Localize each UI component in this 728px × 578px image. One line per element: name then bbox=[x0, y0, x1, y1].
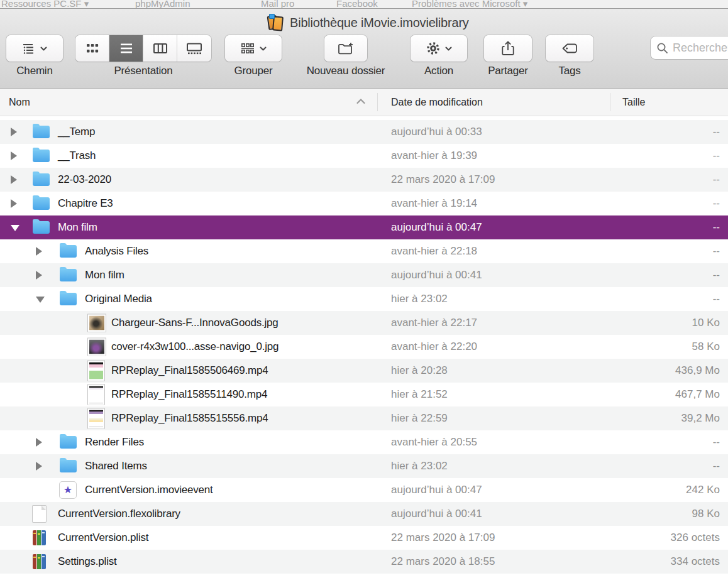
table-row[interactable]: Settings.plist 22 mars 2020 à 18:55 334 … bbox=[0, 550, 728, 574]
file-name: Mon film bbox=[85, 263, 124, 287]
disclosure-triangle-icon[interactable] bbox=[11, 225, 19, 231]
path-menu-button[interactable] bbox=[6, 35, 63, 62]
imovie-event-icon bbox=[60, 482, 76, 498]
table-row[interactable]: __Temp aujourd’hui à 00:33 -- bbox=[0, 120, 728, 144]
table-row[interactable]: Original Media hier à 23:02 -- bbox=[0, 287, 728, 311]
search-input[interactable] bbox=[673, 41, 728, 55]
file-size: 326 octets bbox=[671, 526, 720, 550]
file-name: __Temp bbox=[58, 120, 95, 144]
file-size: 58 Ko bbox=[692, 335, 720, 359]
file-name: CurrentVersion.flexolibrary bbox=[58, 502, 180, 526]
group-icon bbox=[240, 42, 255, 55]
disclosure-triangle-icon[interactable] bbox=[11, 175, 17, 184]
disclosure-triangle-icon[interactable] bbox=[11, 151, 17, 160]
table-row[interactable]: __Trash avant-hier à 19:39 -- bbox=[0, 144, 728, 168]
action-button[interactable] bbox=[411, 35, 467, 62]
file-modified-date: avant-hier à 22:18 bbox=[391, 239, 477, 263]
file-modified-date: aujourd’hui à 00:33 bbox=[391, 120, 482, 144]
view-columns-segment[interactable] bbox=[143, 35, 177, 62]
search-field[interactable] bbox=[651, 36, 728, 59]
disclosure-triangle-icon[interactable] bbox=[36, 247, 42, 256]
plist-icon bbox=[33, 554, 46, 569]
table-row[interactable]: Chargeur-Sans-F...InnovaGoods.jpg avant-… bbox=[0, 311, 728, 335]
view-gallery-segment[interactable] bbox=[177, 35, 211, 62]
mp4-1-icon bbox=[88, 361, 104, 381]
file-name: Settings.plist bbox=[58, 550, 117, 574]
file-size: 39,2 Mo bbox=[681, 406, 720, 430]
table-row[interactable]: Render Files avant-hier à 20:55 -- bbox=[0, 430, 728, 454]
group-button-label: Grouper bbox=[225, 65, 282, 77]
window-chrome: Bibliothèque iMovie.imovielibrary bbox=[0, 9, 728, 89]
gallery-view-icon bbox=[186, 42, 202, 55]
folder-icon bbox=[60, 293, 77, 305]
table-row[interactable]: RPReplay_Final1585511490.mp4 hier à 21:5… bbox=[0, 383, 728, 406]
file-modified-date: avant-hier à 22:20 bbox=[391, 335, 477, 359]
file-modified-date: hier à 23:02 bbox=[391, 454, 448, 478]
file-modified-date: avant-hier à 19:14 bbox=[391, 192, 477, 215]
background-bookmark: Facebook bbox=[336, 0, 378, 9]
file-name: CurrentVersion.imovieevent bbox=[85, 478, 213, 502]
column-header-date[interactable]: Date de modification bbox=[391, 89, 483, 116]
background-bookmark: Problèmes avec Microsoft ▾ bbox=[412, 0, 527, 9]
new-folder-button[interactable] bbox=[324, 35, 367, 62]
table-row[interactable]: Mon film aujourd’hui à 00:41 -- bbox=[0, 263, 728, 287]
column-header-name[interactable]: Nom bbox=[9, 89, 30, 116]
view-list-segment[interactable] bbox=[109, 35, 143, 62]
file-name: CurrentVersion.plist bbox=[58, 526, 148, 550]
gear-icon bbox=[426, 41, 441, 56]
table-row[interactable]: Mon film aujourd’hui à 00:47 -- bbox=[0, 215, 728, 239]
table-row[interactable]: 22-03-2020 22 mars 2020 à 17:09 -- bbox=[0, 168, 728, 192]
file-name: Chapitre E3 bbox=[58, 192, 113, 215]
file-size: -- bbox=[713, 454, 720, 478]
table-row[interactable]: RPReplay_Final1585506469.mp4 hier à 20:2… bbox=[0, 359, 728, 383]
path-button-label: Chemin bbox=[6, 65, 63, 77]
file-modified-date: avant-hier à 22:17 bbox=[391, 311, 477, 335]
table-row[interactable]: CurrentVersion.flexolibrary aujourd’hui … bbox=[0, 502, 728, 526]
share-button-label: Partager bbox=[479, 65, 537, 77]
disclosure-triangle-icon[interactable] bbox=[11, 199, 17, 208]
action-button-label: Action bbox=[411, 65, 467, 77]
column-divider[interactable] bbox=[377, 93, 378, 111]
disclosure-triangle-icon[interactable] bbox=[36, 297, 45, 303]
share-icon bbox=[501, 40, 515, 57]
table-row[interactable]: RPReplay_Final1585515556.mp4 hier à 22:5… bbox=[0, 406, 728, 430]
table-row[interactable]: Chapitre E3 avant-hier à 19:14 -- bbox=[0, 192, 728, 215]
share-button[interactable] bbox=[484, 35, 532, 62]
file-size: -- bbox=[713, 168, 720, 192]
search-icon bbox=[656, 42, 668, 54]
view-control-label: Présentation bbox=[75, 65, 211, 77]
path-list-icon bbox=[22, 42, 36, 55]
table-row[interactable]: Shared Items hier à 23:02 -- bbox=[0, 454, 728, 478]
folder-icon bbox=[33, 221, 50, 234]
table-row[interactable]: CurrentVersion.imovieevent aujourd’hui à… bbox=[0, 478, 728, 502]
table-row[interactable]: Analysis Files avant-hier à 22:18 -- bbox=[0, 239, 728, 263]
file-name: Mon film bbox=[58, 215, 97, 239]
table-row[interactable]: cover-r4x3w100...asse-navigo_0.jpg avant… bbox=[0, 335, 728, 359]
file-modified-date: hier à 23:02 bbox=[391, 287, 448, 311]
table-row[interactable]: CurrentVersion.plist 22 mars 2020 à 17:0… bbox=[0, 526, 728, 550]
list-column-header: Nom Date de modification Taille bbox=[0, 89, 728, 116]
file-size: 436,9 Mo bbox=[675, 359, 720, 383]
file-size: 98 Ko bbox=[692, 502, 720, 526]
tags-button[interactable] bbox=[546, 35, 593, 62]
disclosure-triangle-icon[interactable] bbox=[11, 128, 17, 136]
file-modified-date: hier à 22:59 bbox=[391, 406, 448, 430]
tags-button-label: Tags bbox=[541, 65, 598, 77]
flexo-doc-icon bbox=[33, 506, 46, 522]
new-folder-icon bbox=[337, 41, 355, 55]
column-divider[interactable] bbox=[610, 93, 610, 111]
plist-icon bbox=[33, 530, 46, 545]
new-folder-label: Nouveau dossier bbox=[290, 65, 401, 77]
disclosure-triangle-icon[interactable] bbox=[36, 271, 42, 280]
chevron-down-icon bbox=[445, 46, 452, 51]
file-size: -- bbox=[713, 120, 720, 144]
disclosure-triangle-icon[interactable] bbox=[36, 462, 42, 471]
view-segmented-control bbox=[75, 35, 211, 62]
folder-icon bbox=[33, 126, 50, 138]
disclosure-triangle-icon[interactable] bbox=[36, 438, 42, 447]
view-icons-segment[interactable] bbox=[75, 35, 109, 62]
column-header-size[interactable]: Taille bbox=[622, 89, 645, 116]
group-button[interactable] bbox=[225, 35, 282, 62]
folder-icon bbox=[60, 245, 77, 258]
file-size: -- bbox=[713, 263, 720, 287]
